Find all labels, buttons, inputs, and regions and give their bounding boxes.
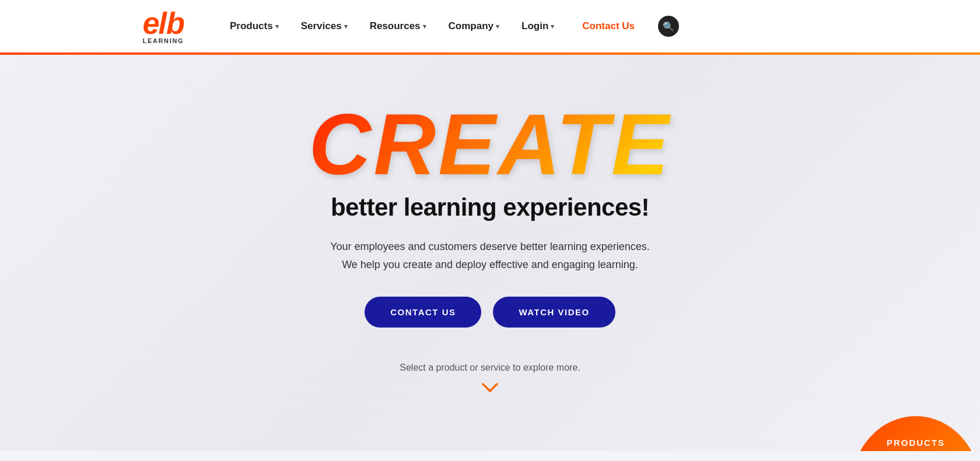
nav-login[interactable]: Login ▾ [513,16,562,37]
login-chevron-icon: ▾ [551,23,554,30]
products-oval[interactable]: PRODUCTS [852,416,980,451]
nav-resources[interactable]: Resources ▾ [362,16,435,37]
svg-text:b: b [166,6,185,40]
nav-services[interactable]: Services ▾ [293,16,356,37]
nav-company[interactable]: Company ▾ [440,16,508,37]
company-chevron-icon: ▾ [496,23,499,30]
search-icon: 🔍 [663,21,674,32]
nav-contact-us[interactable]: Contact Us [574,16,643,37]
services-chevron-icon: ▾ [344,23,348,30]
hero-section: CREATE better learning experiences! Your… [0,55,980,451]
hero-description: Your employees and customers deserve bet… [330,238,650,273]
products-chevron-icon: ▾ [275,23,279,30]
hero-create-heading: CREATE [309,101,671,188]
resources-chevron-icon: ▾ [423,23,426,30]
logo[interactable]: e l b LEARNING [140,6,192,47]
scroll-down-chevron-icon[interactable] [481,379,499,397]
navbar: e l b LEARNING Products ▾ Services ▾ Res… [0,0,980,52]
svg-text:e: e [143,6,160,40]
hero-subtitle: better learning experiences! [331,193,649,221]
products-oval-label: PRODUCTS [887,438,945,448]
nav-products[interactable]: Products ▾ [222,16,287,37]
hero-explore-text: Select a product or service to explore m… [400,363,580,373]
hero-buttons: CONTACT US WATCH VIDEO [365,297,615,328]
search-button[interactable]: 🔍 [658,16,679,37]
svg-text:LEARNING: LEARNING [143,37,184,44]
nav-links: Products ▾ Services ▾ Resources ▾ Compan… [222,16,840,37]
products-peek: PRODUCTS [852,416,980,451]
watch-video-button[interactable]: WATCH VIDEO [493,297,615,328]
contact-us-button[interactable]: CONTACT US [365,297,481,328]
